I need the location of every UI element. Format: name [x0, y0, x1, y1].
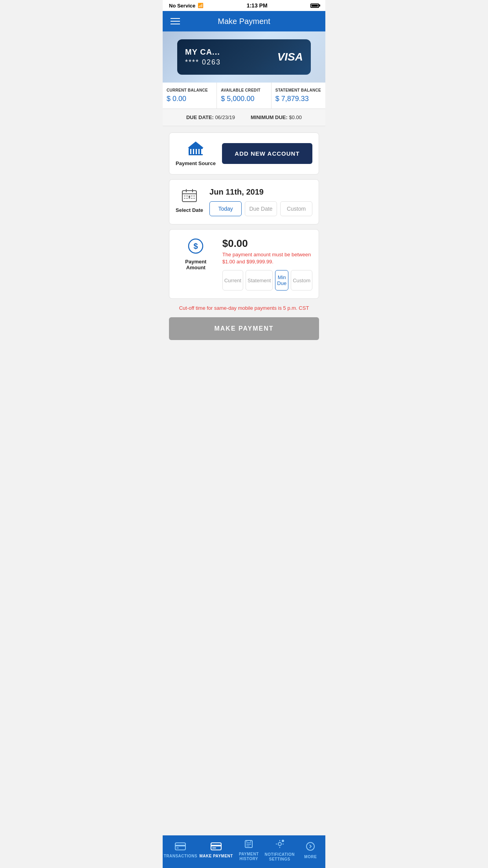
svg-rect-5 [197, 149, 198, 154]
calendar-icon [181, 188, 198, 205]
amount-option-current[interactable]: Current [222, 270, 243, 291]
svg-rect-2 [189, 149, 190, 154]
amount-section-row: $ Payment Amount $0.00 The payment amoun… [176, 237, 312, 291]
svg-rect-3 [191, 149, 193, 154]
hamburger-line-2 [171, 21, 180, 22]
svg-rect-16 [191, 195, 193, 197]
svg-rect-18 [184, 198, 185, 199]
card-banner: MY CA... **** 0263 VISA [163, 31, 325, 83]
payment-source-card: Payment Source ADD NEW ACCOUNT [169, 132, 319, 175]
status-right [310, 4, 319, 8]
svg-rect-0 [189, 148, 203, 149]
date-left: Select Date [176, 188, 203, 213]
statement-balance-label: STATEMENT BALANCE [275, 88, 321, 92]
amount-content: $0.00 The payment amount must be between… [222, 237, 312, 291]
amount-option-min-due[interactable]: Min Due [275, 270, 288, 291]
current-balance-value: $ 0.00 [167, 95, 213, 103]
statement-balance-value: $ 7,879.33 [275, 95, 321, 103]
amount-warning: The payment amount must be between $1.00… [222, 251, 312, 265]
date-options: Today Due Date Custom [209, 201, 312, 216]
svg-rect-6 [200, 149, 201, 154]
svg-rect-4 [194, 149, 196, 154]
page-title: Make Payment [218, 17, 270, 26]
svg-rect-22 [193, 198, 195, 199]
current-balance: CURRENT BALANCE $ 0.00 [163, 83, 217, 108]
add-new-account-button[interactable]: ADD NEW ACCOUNT [222, 143, 312, 164]
payment-amount-card: $ Payment Amount $0.00 The payment amoun… [169, 229, 319, 299]
date-value: Jun 11th, 2019 [209, 188, 312, 197]
hamburger-line-1 [171, 18, 180, 19]
minimum-due-value: $0.00 [289, 114, 302, 120]
amount-option-statement[interactable]: Statement [246, 270, 273, 291]
battery-icon [310, 4, 319, 8]
card-info: MY CA... **** 0263 [185, 48, 221, 66]
svg-rect-15 [189, 195, 190, 197]
svg-text:$: $ [194, 242, 198, 250]
select-date-label: Select Date [176, 207, 203, 213]
card-visual: MY CA... **** 0263 VISA [177, 39, 311, 75]
date-section-row: Select Date Jun 11th, 2019 Today Due Dat… [176, 188, 312, 216]
svg-rect-13 [184, 195, 185, 197]
amount-options: Current Statement Min Due Custom [222, 270, 312, 291]
status-time: 1:13 PM [247, 2, 268, 9]
make-payment-button[interactable]: MAKE PAYMENT [169, 317, 319, 340]
date-option-custom[interactable]: Custom [280, 201, 312, 216]
visa-logo: VISA [277, 51, 303, 63]
date-option-due-date[interactable]: Due Date [245, 201, 277, 216]
amount-option-custom[interactable]: Custom [291, 270, 312, 291]
svg-rect-14 [186, 195, 188, 197]
source-left: Payment Source [176, 141, 216, 166]
payment-source-label: Payment Source [176, 160, 216, 166]
svg-rect-19 [186, 198, 188, 199]
date-option-today[interactable]: Today [209, 201, 242, 216]
status-bar: No Service 📶 1:13 PM [163, 0, 325, 11]
due-info: DUE DATE: 06/23/19 MINIMUM DUE: $0.00 [163, 109, 325, 126]
available-credit-label: AVAILABLE CREDIT [221, 88, 267, 92]
status-left: No Service 📶 [169, 3, 204, 9]
amount-left: $ Payment Amount [176, 237, 216, 270]
card-number: **** 0263 [185, 58, 221, 66]
dollar-icon: $ [187, 237, 204, 256]
balance-section: CURRENT BALANCE $ 0.00 AVAILABLE CREDIT … [163, 83, 325, 109]
payment-amount-label: Payment Amount [176, 259, 216, 270]
available-credit: AVAILABLE CREDIT $ 5,000.00 [217, 83, 271, 108]
payment-source-row: Payment Source ADD NEW ACCOUNT [176, 141, 312, 166]
svg-rect-17 [193, 195, 195, 197]
select-date-card: Select Date Jun 11th, 2019 Today Due Dat… [169, 179, 319, 224]
hamburger-menu[interactable] [169, 17, 182, 26]
due-date-label: DUE DATE: [186, 114, 214, 120]
hamburger-line-3 [171, 24, 180, 24]
svg-rect-21 [191, 198, 193, 199]
card-name: MY CA... [185, 48, 221, 57]
statement-balance: STATEMENT BALANCE $ 7,879.33 [272, 83, 325, 108]
current-balance-label: CURRENT BALANCE [167, 88, 213, 92]
amount-value: $0.00 [222, 237, 312, 250]
carrier-text: No Service [169, 3, 195, 9]
main-content: Payment Source ADD NEW ACCOUNT [163, 126, 325, 390]
available-credit-value: $ 5,000.00 [221, 95, 267, 103]
due-date: DUE DATE: 06/23/19 [186, 114, 235, 120]
svg-marker-7 [188, 142, 204, 148]
date-content: Jun 11th, 2019 Today Due Date Custom [209, 188, 312, 216]
minimum-due-label: MINIMUM DUE: [251, 114, 288, 120]
bank-icon [187, 141, 204, 158]
svg-rect-1 [189, 154, 203, 155]
due-date-value: 06/23/19 [215, 114, 235, 120]
svg-rect-20 [189, 198, 190, 199]
header: Make Payment [163, 11, 325, 31]
wifi-icon: 📶 [198, 3, 204, 8]
minimum-due: MINIMUM DUE: $0.00 [251, 114, 302, 120]
cutoff-notice: Cut-off time for same-day mobile payment… [169, 303, 319, 313]
